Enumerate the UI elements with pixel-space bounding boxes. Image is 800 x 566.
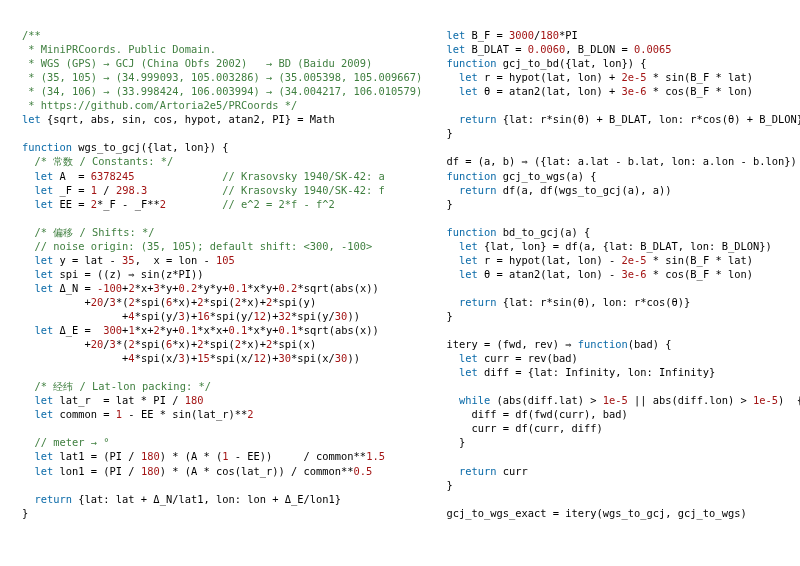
code: *sqrt(abs(x)) <box>297 324 378 336</box>
keyword-let: let <box>22 170 53 182</box>
code: gcj_to_wgs_exact = itery(wgs_to_gcj, gcj… <box>446 507 746 519</box>
code: *x*y+ <box>247 324 278 336</box>
code: *spi( <box>135 296 166 308</box>
keyword-let: let <box>446 29 465 41</box>
number: 2e-5 <box>622 71 647 83</box>
keyword-let: let <box>446 366 477 378</box>
number: 32 <box>279 310 292 322</box>
comment: * MiniPRCoords. Public Domain. <box>22 43 216 55</box>
code: df = (a, b) ⇒ ({lat: a.lat - b.lat, lon:… <box>446 155 796 167</box>
code: *x*x+ <box>197 324 228 336</box>
number: 105 <box>216 254 235 266</box>
number: 3e-6 <box>622 268 647 280</box>
code: *spi(x/ <box>135 352 179 364</box>
keyword-let: let <box>446 352 477 364</box>
code: df(a, df(wgs_to_gcj(a), a)) <box>496 184 671 196</box>
keyword-let: let <box>446 268 477 280</box>
keyword-return: return <box>22 493 72 505</box>
number: 30 <box>279 352 292 364</box>
comment: // Krasovsky 1940/SK-42: a <box>135 170 385 182</box>
code: ) { <box>778 394 800 406</box>
comment: * https://github.com/Artoria2e5/PRCoords… <box>22 99 297 111</box>
comment: * (35, 105) → (34.999093, 105.003286) → … <box>22 71 422 83</box>
number: 12 <box>254 352 267 364</box>
number: -100 <box>97 282 122 294</box>
code: * sin(B_F * lat) <box>647 254 753 266</box>
code: gcj_to_wgs(a) { <box>496 170 596 182</box>
keyword-let: let <box>22 268 53 280</box>
comment: * (34, 106) → (33.998424, 106.003994) → … <box>22 85 422 97</box>
number: 15 <box>197 352 210 364</box>
number: 16 <box>197 310 210 322</box>
code: wgs_to_gcj({lat, lon}) { <box>72 141 228 153</box>
number: 2 <box>247 408 253 420</box>
keyword-let: let <box>446 240 477 252</box>
number: 180 <box>540 29 559 41</box>
code: *spi( <box>204 338 235 350</box>
comment: /* 常数 / Constants: */ <box>22 155 173 167</box>
number: 3000 <box>509 29 534 41</box>
code: *( <box>116 338 129 350</box>
number: 0.0065 <box>634 43 672 55</box>
code: } <box>446 310 452 322</box>
code: *x)+ <box>241 338 266 350</box>
code: *spi( <box>135 338 166 350</box>
code: curr <box>496 465 527 477</box>
comment: // noise origin: (35, 105); default shif… <box>22 240 372 252</box>
code: / <box>97 184 116 196</box>
code: * sin(B_F * lat) <box>647 71 753 83</box>
number: 180 <box>185 394 204 406</box>
keyword-let: let <box>22 254 53 266</box>
number: 0.0060 <box>528 43 566 55</box>
number: 0.1 <box>229 282 248 294</box>
code: , B_DLON = <box>565 43 634 55</box>
code: {lat, lon} = df(a, {lat: B_DLAT, lon: B_… <box>478 240 772 252</box>
code: *x*y+ <box>247 282 278 294</box>
number: 1e-5 <box>603 394 628 406</box>
code: {lat: r*sin(θ) + B_DLAT, lon: r*cos(θ) +… <box>496 113 800 125</box>
number: 300 <box>103 324 122 336</box>
keyword-let: let <box>446 71 477 83</box>
code: *_F - _F** <box>97 198 160 210</box>
keyword-let: let <box>446 43 465 55</box>
code: itery = (fwd, rev) ⇒ <box>446 338 577 350</box>
code: *( <box>116 296 129 308</box>
code: )+ <box>266 352 279 364</box>
code: θ = atan2(lat, lon) + <box>478 85 622 97</box>
code: , x = lon - <box>135 254 216 266</box>
code: + <box>22 296 91 308</box>
keyword-let: let <box>22 113 41 125</box>
code: gcj_to_bd({lat, lon}) { <box>496 57 646 69</box>
number: 3e-6 <box>622 85 647 97</box>
code: *spi(y) <box>272 296 316 308</box>
number: 12 <box>254 310 267 322</box>
code: B_DLAT = <box>465 43 528 55</box>
number: 2e-5 <box>622 254 647 266</box>
code: lat1 = (PI / <box>53 450 141 462</box>
number: 0.1 <box>229 324 248 336</box>
keyword-return: return <box>446 113 496 125</box>
code: (abs(diff.lat) > <box>490 394 603 406</box>
number: 20 <box>91 338 104 350</box>
keyword-let: let <box>22 282 53 294</box>
code: * cos(B_F * lon) <box>647 85 753 97</box>
number: 6378245 <box>91 170 135 182</box>
keyword-function: function <box>22 141 72 153</box>
code: )+ <box>185 352 198 364</box>
code: Δ_N = <box>53 282 97 294</box>
code: *spi(y/ <box>135 310 179 322</box>
code: } <box>446 127 452 139</box>
keyword-let: let <box>22 394 53 406</box>
keyword-function: function <box>446 57 496 69</box>
code: {lat: r*sin(θ), lon: r*cos(θ)} <box>496 296 690 308</box>
number: 20 <box>91 296 104 308</box>
code: lat_r = lat * PI / <box>53 394 184 406</box>
code: diff = {lat: Infinity, lon: Infinity} <box>478 366 716 378</box>
comment: // meter → ° <box>22 436 110 448</box>
code: curr = rev(bad) <box>478 352 578 364</box>
number: 0.1 <box>178 324 197 336</box>
comment: * WGS (GPS) → GCJ (China Obfs 2002) → BD… <box>22 57 372 69</box>
code: } <box>22 507 28 519</box>
code: *spi( <box>204 296 235 308</box>
code: } <box>446 436 465 448</box>
